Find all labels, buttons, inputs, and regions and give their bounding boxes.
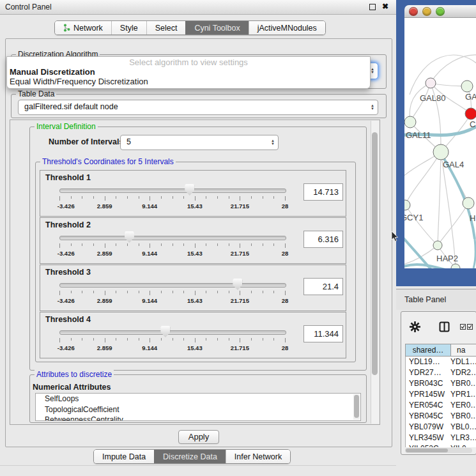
panel-title: Control Panel xyxy=(5,3,52,12)
network-window-frame: GAL80GACGAL11GAL4GCY1HHAP2 xyxy=(396,0,476,286)
table-row[interactable]: YBL079WYBL0… xyxy=(405,422,476,433)
network-node-c[interactable] xyxy=(465,108,476,119)
tab-impute-data[interactable]: Impute Data xyxy=(94,450,154,463)
threshold-value-field[interactable]: 6.316 xyxy=(303,231,343,248)
slider-tick-label: 28 xyxy=(282,344,289,351)
node-label-ga: GA xyxy=(465,92,476,102)
apply-button[interactable]: Apply xyxy=(178,430,219,444)
tab-label: Style xyxy=(120,24,138,33)
network-node-h[interactable] xyxy=(463,197,474,209)
tab-discretize-data[interactable]: Discretize Data xyxy=(154,450,226,463)
slider-handle[interactable] xyxy=(160,326,170,337)
table-horizontal-scrollbar[interactable] xyxy=(405,448,472,453)
split-columns-icon[interactable] xyxy=(439,321,450,332)
attribute-item-topologicalcoefficient[interactable]: TopologicalCoefficient xyxy=(36,404,360,415)
interval-definition-label: Interval Definition xyxy=(35,122,98,131)
top-tab-bar: NetworkStyleSelectCyni ToolboxjActiveMNo… xyxy=(54,20,326,35)
close-panel-icon[interactable]: ✖ xyxy=(382,2,388,11)
table-row[interactable]: YDR27…YDR2… xyxy=(405,367,476,378)
slider-handle[interactable] xyxy=(233,279,242,290)
slider-tick-label: 21.715 xyxy=(231,203,249,210)
table-row[interactable]: YLR345WYLR3… xyxy=(405,433,476,443)
slider-tick xyxy=(195,196,196,201)
slider-tick xyxy=(116,196,116,199)
table-row[interactable]: YBR045CYBR0… xyxy=(405,411,476,422)
slider-handle[interactable] xyxy=(185,184,194,196)
table-row[interactable]: YPR145WYPR1… xyxy=(405,389,476,400)
threshold-slider[interactable]: -3.4262.8599.14415.4321.71528 xyxy=(59,218,285,263)
tab-network[interactable]: Network xyxy=(55,21,111,35)
numerical-attributes-list[interactable]: SelfLoopsTopologicalCoefficientBetweenne… xyxy=(35,393,361,421)
slider-tick xyxy=(240,196,240,201)
table-row[interactable]: YIL052CYIL0… xyxy=(405,443,476,447)
slider-tick xyxy=(105,338,105,342)
tab-jactivemnodules[interactable]: jActiveMNodules xyxy=(249,21,325,35)
slider-track[interactable] xyxy=(59,236,286,240)
tab-label: Discretize Data xyxy=(163,452,217,461)
bottom-divider xyxy=(0,465,396,466)
slider-track[interactable] xyxy=(59,283,286,288)
threshold-slider[interactable]: -3.4262.8599.14415.4321.71528 xyxy=(59,312,285,358)
threshold-value-field[interactable]: 21.4 xyxy=(303,278,343,295)
window-zoom-button[interactable] xyxy=(436,7,445,16)
slider-handle[interactable] xyxy=(125,231,134,243)
table-row[interactable]: YDL19…YDL1… xyxy=(405,357,476,367)
slider-tick-label: 28 xyxy=(282,250,289,257)
slider-tick xyxy=(229,196,229,199)
slider-tick-label: 15.43 xyxy=(187,250,203,257)
tab-cyni-toolbox[interactable]: Cyni Toolbox xyxy=(185,21,248,35)
table-data-combobox[interactable]: galFiltered.sif default node ▲▼ xyxy=(18,100,378,115)
threshold-slider[interactable]: -3.4262.8599.14415.4321.71528 xyxy=(59,265,285,311)
slider-tick xyxy=(217,338,218,341)
slider-tick xyxy=(82,243,82,246)
network-node-gal80[interactable] xyxy=(426,78,436,88)
gear-icon[interactable] xyxy=(409,321,421,333)
number-of-intervals-value: 5 xyxy=(127,137,131,146)
network-node-ga[interactable] xyxy=(461,81,473,92)
threshold-value-field[interactable]: 11.344 xyxy=(303,325,343,342)
window-minimize-button[interactable] xyxy=(422,7,431,16)
attributes-scrollbar[interactable] xyxy=(353,394,360,420)
attribute-item-betweennesscentrality[interactable]: BetweennessCentrality xyxy=(36,415,360,421)
slider-tick xyxy=(105,196,105,201)
control-panel-titlebar: Control Panel ✖ xyxy=(0,0,396,15)
slider-tick xyxy=(150,338,150,342)
threshold-slider[interactable]: -3.4262.8599.14415.4321.71528 xyxy=(59,171,285,216)
slider-tick xyxy=(116,338,116,341)
network-node-gal11[interactable] xyxy=(404,116,416,128)
slider-tick xyxy=(273,338,274,341)
tab-select[interactable]: Select xyxy=(146,21,186,35)
slider-tick xyxy=(71,291,72,293)
slider-tick xyxy=(139,243,139,246)
number-of-intervals-combobox[interactable]: 5 ▲▼ xyxy=(120,135,279,150)
network-canvas[interactable]: GAL80GACGAL11GAL4GCY1HHAP2 xyxy=(404,18,476,268)
slider-tick xyxy=(273,196,274,199)
column-header-shared-name[interactable]: shared… xyxy=(405,344,451,357)
window-close-button[interactable] xyxy=(409,7,418,16)
tab-infer-network[interactable]: Infer Network xyxy=(226,450,290,463)
tab-style[interactable]: Style xyxy=(111,21,146,35)
slider-tick xyxy=(251,243,252,246)
algorithm-option-manual-discretization[interactable]: Manual Discretization xyxy=(7,67,370,77)
slider-track[interactable] xyxy=(59,188,286,193)
column-header-name[interactable]: na xyxy=(450,344,476,357)
algorithm-option-equal-width-frequency[interactable]: Equal Width/Frequency Discretization xyxy=(7,77,370,86)
slider-tick-label: -3.426 xyxy=(58,344,75,351)
slider-tick xyxy=(105,243,105,248)
threshold-value-field[interactable]: 14.713 xyxy=(303,183,343,201)
attribute-item-selfloops[interactable]: SelfLoops xyxy=(36,394,360,404)
screenshot-stage: Control Panel ✖ NetworkStyleSelectCyni T… xyxy=(0,0,476,476)
network-node-gal4[interactable] xyxy=(433,144,449,160)
float-panel-icon[interactable] xyxy=(369,4,376,10)
slider-track[interactable] xyxy=(59,330,286,335)
slider-tick xyxy=(71,243,72,246)
slider-tick xyxy=(240,291,240,295)
network-node-hap2[interactable] xyxy=(433,241,442,250)
table-row[interactable]: YER054CYER0… xyxy=(405,400,476,411)
settings-vertical-scrollbar[interactable] xyxy=(371,121,379,424)
slider-tick xyxy=(161,338,162,341)
network-node-gcy1[interactable] xyxy=(404,200,410,210)
table-row[interactable]: YBR043CYBR0… xyxy=(405,378,476,389)
slider-tick xyxy=(229,291,229,293)
select-columns-checkboxes-icon[interactable] xyxy=(460,324,474,330)
